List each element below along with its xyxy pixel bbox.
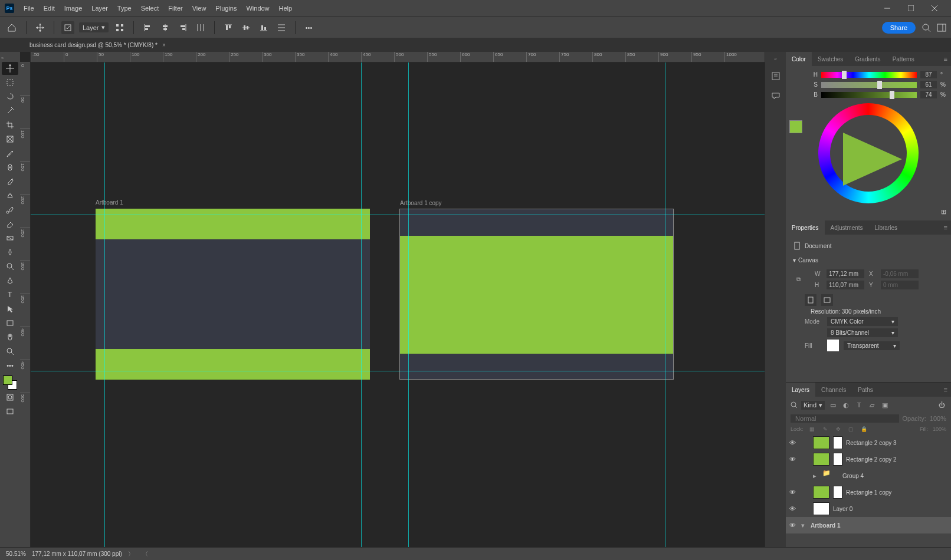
layer-thumbnail[interactable] bbox=[813, 453, 829, 466]
link-dimensions-icon[interactable]: ⧉ bbox=[796, 276, 801, 283]
hand-tool[interactable] bbox=[2, 331, 18, 344]
zoom-tool[interactable] bbox=[2, 345, 18, 358]
lock-artboard-icon[interactable]: ▢ bbox=[847, 425, 855, 433]
filter-adjustment-icon[interactable]: ◐ bbox=[841, 400, 851, 410]
artboard-1-label[interactable]: Artboard 1 bbox=[96, 199, 123, 206]
color-wheel[interactable] bbox=[818, 103, 919, 203]
align-left-button[interactable] bbox=[141, 21, 154, 34]
blend-mode-dropdown[interactable]: Normal bbox=[791, 414, 899, 423]
tab-properties[interactable]: Properties bbox=[786, 220, 825, 235]
filter-type-icon[interactable]: T bbox=[854, 400, 864, 410]
status-info-chevron-icon[interactable]: 〉 bbox=[128, 550, 134, 558]
tab-patterns[interactable]: Patterns bbox=[887, 52, 920, 66]
lock-image-icon[interactable]: ✎ bbox=[821, 425, 829, 433]
path-selection-tool[interactable] bbox=[2, 302, 18, 315]
crop-tool[interactable] bbox=[2, 118, 18, 131]
align-hcenter-button[interactable] bbox=[159, 21, 172, 34]
orientation-landscape-button[interactable] bbox=[821, 294, 833, 306]
tab-channels[interactable]: Channels bbox=[815, 383, 852, 397]
layers-panel-menu-icon[interactable]: ≡ bbox=[940, 386, 951, 393]
layer-name[interactable]: Rectangle 2 copy 3 bbox=[846, 440, 897, 446]
history-panel-icon[interactable] bbox=[770, 70, 782, 82]
menu-type[interactable]: Type bbox=[113, 5, 136, 12]
layer-thumbnail[interactable] bbox=[813, 502, 829, 515]
type-tool[interactable]: T bbox=[2, 288, 18, 301]
filter-toggle-switch[interactable]: ⏻ bbox=[937, 400, 946, 410]
search-icon[interactable] bbox=[922, 23, 931, 32]
color-panel-menu-icon[interactable]: ≡ bbox=[940, 55, 951, 62]
artboard-1[interactable]: Artboard 1 bbox=[96, 209, 370, 380]
menu-file[interactable]: File bbox=[19, 5, 39, 12]
layer-name[interactable]: Artboard 1 bbox=[811, 522, 841, 529]
horizontal-ruler[interactable]: -500501001502002503003504004505005506006… bbox=[31, 52, 765, 62]
layer-name[interactable]: Group 4 bbox=[842, 473, 864, 479]
guide[interactable] bbox=[361, 62, 362, 547]
layer-list[interactable]: 👁 Rectangle 2 copy 3 👁 Rectangle 2 copy … bbox=[786, 434, 951, 547]
canvas-viewport[interactable]: Artboard 1 Artboard 1 copy bbox=[31, 62, 765, 547]
distribute-h-button[interactable] bbox=[194, 21, 207, 34]
lock-transparency-icon[interactable]: ▦ bbox=[808, 425, 816, 433]
properties-panel-menu-icon[interactable]: ≡ bbox=[940, 224, 951, 231]
width-input[interactable]: 177,12 mm bbox=[827, 269, 864, 278]
layer-item[interactable]: 👁 Layer 0 bbox=[786, 500, 951, 517]
artboard-1-top-stripe[interactable] bbox=[96, 209, 370, 239]
saturation-slider[interactable] bbox=[821, 82, 917, 88]
move-tool-icon[interactable] bbox=[34, 21, 47, 34]
window-minimize-button[interactable] bbox=[875, 0, 899, 17]
bit-depth-dropdown[interactable]: 8 Bits/Channel▾ bbox=[827, 328, 898, 337]
tab-layers[interactable]: Layers bbox=[786, 383, 815, 397]
align-bottom-button[interactable] bbox=[257, 21, 270, 34]
artboard-expand-icon[interactable]: ▾ bbox=[801, 522, 807, 529]
align-top-button[interactable] bbox=[222, 21, 235, 34]
window-maximize-button[interactable] bbox=[899, 0, 923, 17]
guide[interactable] bbox=[408, 62, 409, 547]
eyedropper-tool[interactable] bbox=[2, 147, 18, 160]
rectangle-tool[interactable] bbox=[2, 317, 18, 330]
x-input[interactable]: -0,06 mm bbox=[881, 269, 919, 278]
expand-toolbar-icon[interactable]: » bbox=[1, 55, 4, 61]
tab-color[interactable]: Color bbox=[786, 52, 812, 66]
zoom-level[interactable]: 50.51% bbox=[6, 551, 26, 557]
tab-paths[interactable]: Paths bbox=[852, 383, 879, 397]
align-right-button[interactable] bbox=[176, 21, 189, 34]
menu-help[interactable]: Help bbox=[274, 5, 297, 12]
layer-item[interactable]: 👁 Rectangle 2 copy 2 bbox=[786, 451, 951, 467]
history-brush-tool[interactable] bbox=[2, 203, 18, 216]
clone-stamp-tool[interactable] bbox=[2, 189, 18, 202]
document-dimensions[interactable]: 177,12 mm x 110,07 mm (300 ppi) bbox=[32, 551, 122, 557]
home-button[interactable] bbox=[5, 21, 19, 35]
guide[interactable] bbox=[665, 62, 665, 547]
visibility-toggle-icon[interactable]: 👁 bbox=[789, 505, 798, 512]
group-expand-icon[interactable]: ▸ bbox=[813, 472, 819, 480]
marquee-tool[interactable] bbox=[2, 76, 18, 89]
artboard-1-bottom-stripe[interactable] bbox=[96, 349, 370, 380]
filter-shape-icon[interactable]: ▱ bbox=[867, 400, 877, 410]
layer-item[interactable]: 👁 Rectangle 1 copy bbox=[786, 484, 951, 500]
fill-swatch[interactable] bbox=[827, 340, 839, 351]
opacity-value[interactable]: 100% bbox=[930, 415, 946, 422]
pen-tool[interactable] bbox=[2, 274, 18, 287]
guide[interactable] bbox=[31, 371, 765, 371]
layer-mask-thumbnail[interactable] bbox=[833, 436, 842, 449]
foreground-color-swatch[interactable] bbox=[3, 375, 12, 385]
magic-wand-tool[interactable] bbox=[2, 104, 18, 117]
layer-item[interactable]: ▸ 📁 Group 4 bbox=[786, 467, 951, 484]
document-tab[interactable]: business card design.psd @ 50,5% * (CMYK… bbox=[24, 38, 172, 52]
orientation-portrait-button[interactable] bbox=[805, 294, 816, 306]
saturation-value[interactable]: 61 bbox=[920, 81, 937, 88]
tab-gradients[interactable]: Gradients bbox=[849, 52, 886, 66]
hue-slider[interactable] bbox=[821, 72, 917, 78]
document-tab-close-icon[interactable]: × bbox=[162, 42, 166, 48]
y-input[interactable]: 0 mm bbox=[881, 281, 919, 289]
dodge-tool[interactable] bbox=[2, 260, 18, 273]
brush-tool[interactable] bbox=[2, 175, 18, 188]
lasso-tool[interactable] bbox=[2, 90, 18, 103]
edit-toolbar-button[interactable]: ••• bbox=[2, 359, 18, 372]
layer-name[interactable]: Rectangle 1 copy bbox=[846, 489, 891, 496]
status-nav-left-icon[interactable]: 〈 bbox=[142, 550, 148, 558]
filter-smart-icon[interactable]: ▣ bbox=[880, 400, 890, 410]
layer-thumbnail[interactable] bbox=[813, 436, 829, 449]
artboard-2-middle-block[interactable] bbox=[400, 236, 673, 354]
brightness-slider[interactable] bbox=[821, 92, 917, 98]
tab-adjustments[interactable]: Adjustments bbox=[825, 220, 869, 235]
